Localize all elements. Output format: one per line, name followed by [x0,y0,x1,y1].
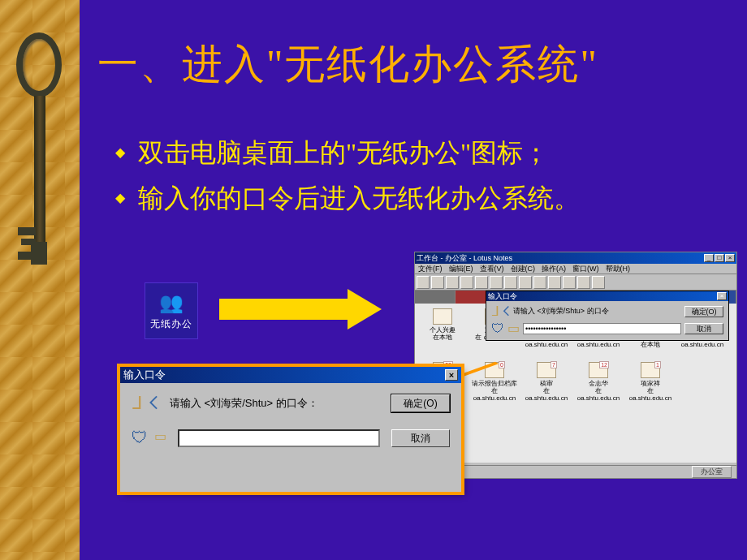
workspace-tab[interactable] [415,291,456,304]
ok-button[interactable]: 确定(O) [391,394,450,412]
db-icon[interactable]: 12金志华在 oa.shtu.edu.cn [576,362,621,411]
mini-password-dialog: 输入口令 × ᒧ 𐌂 请输入 <刘海荣/Shtu> 的口令 确定(O) 🛡 ▭ … [486,291,729,341]
close-button[interactable]: × [717,292,727,300]
lotus-notes-window: 工作台 - 办公室 - Lotus Notes _ □ × 文件(F) 编辑(E… [414,252,737,479]
menu-view[interactable]: 查看(V) [480,264,504,274]
menu-edit[interactable]: 编辑(E) [449,264,473,274]
slide-title: 一、进入"无纸化办公系统" [97,37,598,92]
statusbar: 提示输入口令 办公室 [415,465,736,478]
close-button[interactable]: × [445,369,458,381]
toolbar-button[interactable] [577,276,590,289]
toolbar-button[interactable] [417,276,430,289]
password-dialog: 输入口令 × ᒧ 𐌂 请输入 <刘海荣/Shtu> 的口令： 确定(O) 🛡 ▭… [120,367,461,492]
cancel-button[interactable]: 取消 [391,429,450,447]
db-icon[interactable]: 0请示报告归档库在 oa.shtu.edu.cn [472,362,517,411]
toolbar-button[interactable] [519,276,532,289]
arrow-icon [219,289,398,330]
note-icon: ▭ [154,429,166,447]
cancel-button[interactable]: 取消 [684,323,723,334]
menu-action[interactable]: 操作(A) [542,264,566,274]
menu-help[interactable]: 帮助(H) [606,264,631,274]
toolbar-button[interactable] [475,276,488,289]
people-icon: 👥 [159,291,184,314]
menu-file[interactable]: 文件(F) [418,264,443,274]
key-icon [10,32,67,292]
desktop-icon-label: 无纸办公 [150,317,192,331]
db-icon[interactable]: 1项家祥在 oa.shtu.edu.cn [628,362,673,411]
menu-window[interactable]: 窗口(W) [572,264,599,274]
ok-button[interactable]: 确定(O) [684,306,723,317]
db-icon[interactable]: 个人兴趣在本地 [420,308,465,357]
feather-icon: 𐌂 [149,393,158,414]
maximize-button[interactable]: □ [715,254,724,262]
note-icon: ▭ [507,321,520,336]
toolbar-button[interactable] [592,276,605,289]
toolbar-button[interactable] [504,276,517,289]
toolbar-button[interactable] [460,276,473,289]
mini-dialog-title: 输入口令 [488,291,517,302]
feather-icon: 𐌂 [503,304,510,319]
toolbar [415,274,736,291]
cane-icon: ᒧ [132,393,142,414]
slide: 一、进入"无纸化办公系统" 双击电脑桌面上的"无纸办公"图标； 输入你的口令后进… [0,0,747,560]
toolbar-button[interactable] [533,276,546,289]
bg-window-titlebar: 工作台 - 办公室 - Lotus Notes _ □ × [415,252,736,264]
toolbar-button[interactable] [431,276,444,289]
dialog-prompt: 请输入 <刘海荣/Shtu> 的口令： [170,396,380,411]
menubar: 文件(F) 编辑(E) 查看(V) 创建(C) 操作(A) 窗口(W) 帮助(H… [415,264,736,274]
desktop-app-icon[interactable]: 👥 无纸办公 [145,282,198,339]
password-input[interactable] [178,429,380,447]
shield-icon: 🛡 [132,429,148,447]
slide-bullets: 双击电脑桌面上的"无纸办公"图标； 输入你的口令后进入无纸化办公系统。 [115,130,580,221]
toolbar-button[interactable] [446,276,459,289]
db-icon[interactable]: 7稿审在 oa.shtu.edu.cn [524,362,569,411]
minimize-button[interactable]: _ [704,254,714,262]
mini-dialog-prompt: 请输入 <刘海荣/Shtu> 的口令 [513,306,681,317]
shield-icon: 🛡 [491,321,504,336]
close-button[interactable]: × [725,254,735,262]
bullet-item: 双击电脑桌面上的"无纸办公"图标； [115,130,580,175]
dialog-title: 输入口令 [123,368,166,382]
bg-window-title: 工作台 - 办公室 - Lotus Notes [417,253,704,264]
status-right-tab[interactable]: 办公室 [692,466,732,478]
toolbar-button[interactable] [563,276,576,289]
bullet-item: 输入你的口令后进入无纸化办公系统。 [115,175,580,221]
menu-create[interactable]: 创建(C) [511,264,536,274]
password-input[interactable] [523,323,681,334]
toolbar-button[interactable] [548,276,561,289]
toolbar-button[interactable] [490,276,503,289]
decorative-left-stripe [0,0,80,560]
cane-icon: ᒧ [491,304,499,319]
